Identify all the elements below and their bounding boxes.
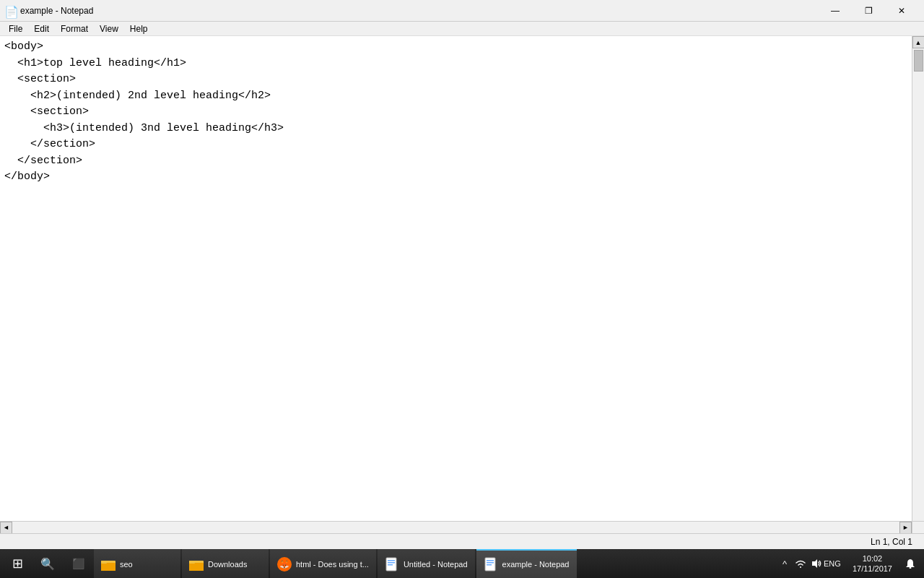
window-controls: — ❐ ✕: [819, 0, 918, 22]
title-bar: 📄 example - Notepad — ❐ ✕: [0, 0, 924, 22]
app-icon: 📄: [4, 5, 16, 17]
taskbar: ⊞ 🔍 ⬛ seo Downloads 🦊 html - Does using …: [0, 549, 924, 578]
scroll-up-button[interactable]: ▲: [912, 36, 925, 48]
title-bar-left: 📄 example - Notepad: [4, 5, 93, 17]
example-notepad-icon: [484, 557, 498, 571]
sound-icon[interactable]: [809, 556, 824, 571]
untitled-notepad-label: Untitled - Notepad: [404, 560, 468, 569]
html-notepad-label: html - Does using t...: [296, 560, 369, 569]
svg-rect-13: [487, 564, 492, 566]
task-view-button[interactable]: ⬛: [64, 549, 92, 578]
start-button[interactable]: ⊞: [3, 549, 32, 578]
taskbar-btn-downloads[interactable]: Downloads: [182, 549, 269, 578]
editor-container: ▲: [0, 36, 924, 521]
svg-rect-8: [388, 562, 395, 564]
downloads-label: Downloads: [208, 560, 247, 569]
clock-time: 10:02: [863, 553, 883, 564]
svg-rect-12: [487, 562, 494, 564]
minimize-button[interactable]: —: [819, 0, 852, 22]
start-icon: ⊞: [12, 556, 23, 571]
svg-rect-5: [189, 561, 195, 564]
file-explorer-icon: [101, 557, 116, 571]
restore-button[interactable]: ❐: [852, 0, 885, 22]
horizontal-scrollbar[interactable]: ◄ ►: [0, 521, 924, 533]
vertical-scrollbar[interactable]: ▲: [912, 36, 924, 521]
notification-icon[interactable]: [899, 549, 921, 578]
file-explorer-label: seo: [120, 560, 133, 569]
taskbar-btn-example-notepad[interactable]: example - Notepad: [476, 549, 577, 578]
scroll-left-button[interactable]: ◄: [0, 522, 12, 534]
menu-view[interactable]: View: [94, 22, 124, 35]
tray-chevron[interactable]: ^: [777, 556, 792, 571]
text-editor[interactable]: [0, 36, 912, 521]
svg-rect-7: [388, 560, 395, 561]
clock[interactable]: 10:02 17/11/2017: [847, 553, 898, 574]
search-button[interactable]: 🔍: [33, 549, 62, 578]
language-label[interactable]: ENG: [825, 556, 840, 571]
downloads-icon: [189, 557, 204, 571]
network-icon[interactable]: [793, 556, 808, 571]
svg-rect-11: [487, 560, 494, 561]
untitled-notepad-icon: [385, 557, 399, 571]
example-notepad-label: example - Notepad: [502, 560, 570, 569]
status-bar: Ln 1, Col 1: [0, 533, 924, 549]
task-view-icon: ⬛: [72, 558, 84, 569]
svg-rect-9: [388, 564, 393, 566]
cursor-position: Ln 1, Col 1: [871, 537, 912, 547]
svg-rect-4: [189, 563, 204, 571]
svg-rect-2: [101, 561, 107, 564]
menu-bar: File Edit Format View Help: [0, 22, 924, 36]
menu-edit[interactable]: Edit: [28, 22, 55, 35]
svg-rect-1: [101, 563, 116, 571]
taskbar-btn-untitled-notepad[interactable]: Untitled - Notepad: [378, 549, 475, 578]
search-icon: 🔍: [40, 557, 55, 571]
svg-rect-15: [910, 567, 912, 569]
taskbar-btn-file-explorer[interactable]: seo: [94, 549, 180, 578]
menu-format[interactable]: Format: [55, 22, 94, 35]
menu-file[interactable]: File: [3, 22, 28, 35]
scroll-corner: [912, 522, 924, 534]
clock-date: 17/11/2017: [853, 564, 892, 574]
scroll-track-horizontal: [12, 522, 899, 533]
system-tray: ^ ENG: [772, 556, 845, 571]
scroll-right-button[interactable]: ►: [899, 522, 912, 534]
scroll-thumb-vertical[interactable]: [914, 50, 923, 72]
menu-help[interactable]: Help: [124, 22, 154, 35]
window-title: example - Notepad: [20, 6, 93, 16]
svg-marker-14: [812, 559, 817, 568]
close-button[interactable]: ✕: [885, 0, 918, 22]
taskbar-btn-html-notepad[interactable]: 🦊 html - Does using t...: [270, 549, 376, 578]
html-notepad-icon: 🦊: [277, 557, 292, 571]
